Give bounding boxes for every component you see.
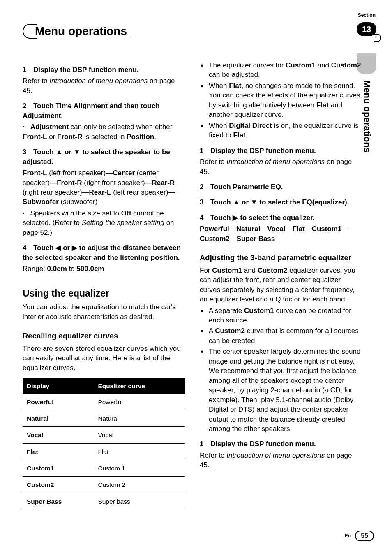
- step-1: 1Display the DSP function menu.: [23, 65, 185, 74]
- step-number: 2: [23, 101, 33, 111]
- step-label: Display the DSP function menu.: [210, 147, 316, 155]
- text-bold: Center: [113, 169, 135, 177]
- cell: Flat: [94, 443, 185, 460]
- chapter-header: Menu operations: [23, 24, 376, 39]
- text-italic: Setting the speaker setting: [82, 219, 164, 227]
- step-r1: 1Display the DSP function menu.: [200, 146, 362, 155]
- text-bold: Front-L: [23, 169, 47, 177]
- text-bold: Subwoofer: [23, 198, 59, 206]
- text-bold: Adjustment: [30, 123, 69, 131]
- table-header-display: Display: [23, 378, 94, 394]
- table-row: FlatFlat: [23, 443, 185, 460]
- step-number: 2: [200, 182, 210, 192]
- subsection-body: There are seven stored equalizer curves …: [23, 344, 185, 373]
- cell: Flat: [23, 443, 94, 460]
- step-note: Speakers with the size set to Off cannot…: [23, 208, 185, 237]
- text: (right rear speaker)—: [23, 188, 89, 196]
- text: (left front speaker)—: [47, 169, 113, 177]
- text-bold: Flat: [229, 82, 241, 90]
- left-column: 1Display the DSP function menu. Refer to…: [23, 59, 185, 510]
- footer-lang: En: [345, 533, 351, 539]
- text: For: [200, 266, 212, 274]
- cell: Super bass: [94, 493, 185, 510]
- text-italic: Introduction of menu operations: [226, 158, 325, 166]
- step-label: Touch ▲ or ▼ to select the EQ(equalizer)…: [210, 198, 349, 206]
- step-number: 1: [23, 65, 33, 74]
- table-row: Custom1Custom 1: [23, 460, 185, 477]
- cell: Natural: [94, 410, 185, 426]
- step-r4: 4Touch ▶ to select the equalizer.: [200, 213, 362, 222]
- text-bold: Custom1: [212, 266, 242, 274]
- text: .: [154, 133, 156, 141]
- text-bold: Custom2: [215, 327, 245, 335]
- cell: Custom2: [23, 477, 94, 493]
- subsection-body: For Custom1 and Custom2 equalizer curves…: [200, 266, 362, 304]
- cell: Natural: [23, 410, 94, 426]
- text: Speakers with the size set to: [30, 209, 121, 217]
- text-bold: 0.0cm: [47, 265, 67, 273]
- section-heading-equalizer: Using the equalizer: [23, 287, 185, 300]
- section-label: Section: [358, 12, 376, 18]
- step-label: Display the DSP function menu.: [210, 440, 316, 448]
- step-label: Touch ◀ or ▶ to adjust the distance betw…: [23, 244, 181, 261]
- cell: Powerful: [94, 394, 185, 410]
- text: (subwoofer): [59, 198, 97, 206]
- step-r2: 2Touch Parametric EQ.: [200, 182, 362, 192]
- text-bold: Custom2: [331, 61, 361, 69]
- text-bold: Rear-L: [89, 188, 111, 196]
- text: to: [67, 265, 77, 273]
- list-item: A separate Custom1 curve can be created …: [200, 306, 362, 325]
- text: When: [209, 122, 229, 130]
- text: Refer to: [200, 158, 226, 166]
- right-column: The equalizer curves for Custom1 and Cus…: [200, 59, 362, 510]
- text-bold: Rear-R: [152, 179, 175, 187]
- text: When: [209, 82, 229, 90]
- list-item: A Custom2 curve that is common for all s…: [200, 326, 362, 345]
- text-bold: 500.0cm: [76, 265, 104, 273]
- text: The equalizer curves for: [209, 61, 286, 69]
- text-bold: Digital Direct: [229, 122, 272, 130]
- text: or: [47, 133, 57, 141]
- table-row: NaturalNatural: [23, 410, 185, 426]
- cell: Vocal: [94, 427, 185, 443]
- step-r3: 3Touch ▲ or ▼ to select the EQ(equalizer…: [200, 197, 362, 207]
- text: and: [242, 266, 258, 274]
- cell: Custom 1: [94, 460, 185, 477]
- list-item: When Digital Direct is on, the equalizer…: [200, 121, 362, 140]
- table-row: VocalVocal: [23, 427, 185, 443]
- text-bold: Flat: [316, 101, 329, 109]
- text: Range:: [23, 265, 47, 273]
- step-label: Display the DSP function menu.: [33, 66, 139, 74]
- bullet-list: A separate Custom1 curve can be created …: [200, 306, 362, 434]
- step-3: 3Touch ▲ or ▼ to select the speaker to b…: [23, 147, 185, 167]
- bullet-list: The equalizer curves for Custom1 and Cus…: [200, 60, 362, 140]
- text-italic: Introduction of menu operations: [226, 452, 325, 459]
- step-rb1: 1Display the DSP function menu.: [200, 439, 362, 449]
- text: Refer to: [23, 77, 49, 85]
- table-row: PowerfulPowerful: [23, 394, 185, 410]
- text-bold: Custom1: [286, 61, 316, 69]
- table-row: Custom2Custom 2: [23, 477, 185, 493]
- section-body: You can adjust the equalization to match…: [23, 302, 185, 322]
- step-number: 1: [200, 146, 210, 155]
- page-footer: En 55: [345, 531, 374, 541]
- text-bold: Front-R: [57, 133, 82, 141]
- step-body: Refer to Introduction of menu operations…: [200, 451, 362, 470]
- text: can only be selected when either: [69, 123, 172, 131]
- text: A: [209, 327, 215, 335]
- step-label: Touch ▲ or ▼ to select the speaker to be…: [23, 148, 170, 165]
- speaker-sequence: Front-L (left front speaker)—Center (cen…: [23, 168, 185, 207]
- list-item: The equalizer curves for Custom1 and Cus…: [200, 60, 362, 80]
- step-number: 4: [23, 243, 33, 253]
- step-label: Touch Parametric EQ.: [210, 183, 283, 191]
- cell: Custom 2: [94, 477, 185, 493]
- step-number: 3: [200, 197, 210, 207]
- text: is selected in: [82, 133, 127, 141]
- text: (left rear speaker)—: [111, 188, 175, 196]
- chapter-title: Menu operations: [35, 25, 127, 38]
- cell: Vocal: [23, 427, 94, 443]
- text-bold: Position: [127, 133, 154, 141]
- text: Refer to: [200, 452, 226, 459]
- step-number: 4: [200, 213, 210, 222]
- list-item: The center speaker largely determines th…: [200, 347, 362, 433]
